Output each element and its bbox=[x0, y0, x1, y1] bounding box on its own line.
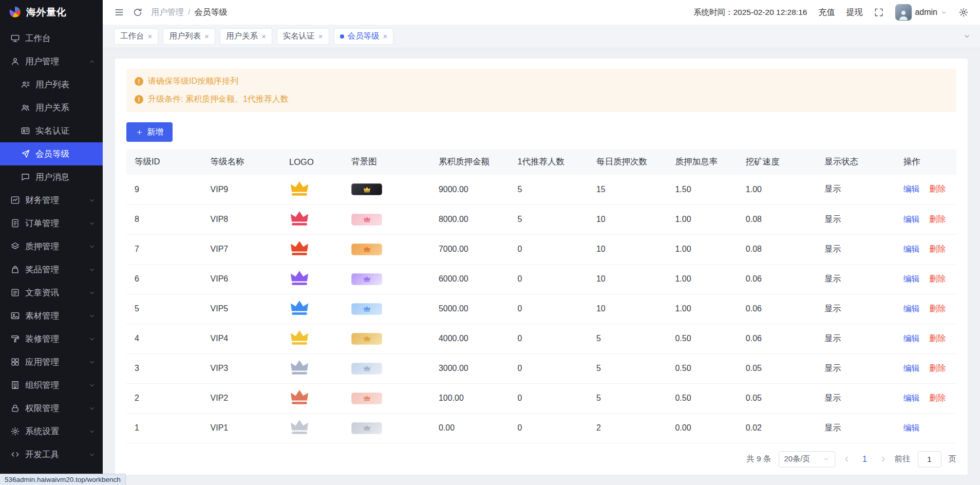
column-header: 挖矿速度 bbox=[741, 149, 820, 175]
sidebar-item-label: 订单管理 bbox=[25, 218, 83, 229]
cell-pledge-amount: 0.00 bbox=[434, 413, 513, 443]
tab-close-icon[interactable]: × bbox=[318, 32, 323, 40]
sidebar-item[interactable]: 工作台 bbox=[0, 27, 103, 50]
sidebar-menu: 工作台 用户管理 用户列表 用户关系 实名认证 会员等级 用户消息 财务管理 订… bbox=[0, 25, 103, 485]
edit-link[interactable]: 编辑 bbox=[903, 334, 920, 343]
chevron-down-icon bbox=[823, 456, 830, 462]
cell-mining-speed: 0.05 bbox=[741, 383, 820, 413]
page-size-select[interactable]: 20条/页 bbox=[779, 451, 835, 468]
tab[interactable]: 用户关系 × bbox=[220, 28, 272, 45]
fullscreen-icon[interactable] bbox=[874, 7, 884, 17]
vip-crown-logo-icon bbox=[289, 210, 310, 227]
cell-display-status: 显示 bbox=[819, 413, 898, 443]
goto-page-input[interactable] bbox=[918, 451, 941, 468]
sidebar-item[interactable]: 组织管理 bbox=[0, 374, 103, 397]
tab[interactable]: 会员等级 × bbox=[334, 28, 394, 45]
table-row: 7 VIP7 7000.00 0 10 1.00 0.08 显示 编辑 删除 bbox=[126, 234, 956, 264]
edit-link[interactable]: 编辑 bbox=[903, 394, 920, 402]
tab-close-icon[interactable]: × bbox=[383, 32, 388, 40]
cell-operations: 编辑 删除 bbox=[898, 294, 956, 324]
user-menu[interactable]: admin bbox=[895, 4, 947, 21]
sidebar-subitem[interactable]: 用户消息 bbox=[0, 165, 103, 189]
breadcrumb-parent[interactable]: 用户管理 bbox=[151, 7, 184, 18]
tab-close-icon[interactable]: × bbox=[204, 32, 209, 40]
sidebar-subitem[interactable]: 用户列表 bbox=[0, 73, 103, 96]
sidebar-item[interactable]: 奖品管理 bbox=[0, 258, 103, 281]
withdraw-button[interactable]: 提现 bbox=[846, 7, 862, 18]
id-card-icon bbox=[21, 126, 30, 136]
edit-link[interactable]: 编辑 bbox=[903, 215, 920, 223]
sidebar-item[interactable]: 素材管理 bbox=[0, 304, 103, 327]
sidebar-item[interactable]: 开发工具 bbox=[0, 443, 103, 466]
column-header: 累积质押金额 bbox=[434, 149, 513, 175]
tab[interactable]: 用户列表 × bbox=[163, 28, 215, 45]
cell-logo bbox=[284, 383, 346, 413]
sidebar-item[interactable]: 文章资讯 bbox=[0, 281, 103, 304]
cell-mining-speed: 0.05 bbox=[741, 353, 820, 383]
cell-logo bbox=[284, 264, 346, 294]
chevron-down-icon bbox=[88, 382, 96, 389]
cell-daily-times: 2 bbox=[591, 413, 670, 443]
active-tab-dot bbox=[340, 34, 344, 39]
tab-close-icon[interactable]: × bbox=[261, 32, 266, 40]
tab[interactable]: 工作台 × bbox=[114, 28, 158, 45]
edit-link[interactable]: 编辑 bbox=[903, 423, 920, 432]
sidebar-item[interactable]: 用户管理 bbox=[0, 50, 103, 73]
add-button[interactable]: 新增 bbox=[126, 122, 173, 142]
alert-box: ! 请确保等级ID按顺序排列 ! 升级条件: 累积质押金额、1代推荐人数 bbox=[126, 69, 956, 112]
tabbar: 工作台 × 用户列表 × 用户关系 × 实名认证 × 会员等级 × bbox=[103, 25, 980, 48]
cell-level-id: 7 bbox=[126, 234, 205, 264]
sidebar-item-label: 质押管理 bbox=[25, 241, 83, 252]
current-page[interactable]: 1 bbox=[858, 455, 872, 464]
next-page-button[interactable] bbox=[879, 455, 888, 463]
cell-interest-rate: 0.50 bbox=[670, 383, 740, 413]
sidebar-item[interactable]: 订单管理 bbox=[0, 212, 103, 235]
pagination-total: 共 9 条 bbox=[746, 454, 771, 464]
delete-link[interactable]: 删除 bbox=[929, 184, 946, 193]
edit-link[interactable]: 编辑 bbox=[903, 304, 920, 313]
edit-link[interactable]: 编辑 bbox=[903, 364, 920, 372]
sidebar-item[interactable]: 系统设置 bbox=[0, 420, 103, 443]
sidebar-item[interactable]: 装修管理 bbox=[0, 327, 103, 350]
prev-page-button[interactable] bbox=[842, 455, 851, 463]
delete-link[interactable]: 删除 bbox=[929, 304, 946, 313]
order-icon bbox=[10, 218, 20, 228]
pledge-icon bbox=[10, 241, 20, 251]
cell-referrals: 0 bbox=[512, 234, 591, 264]
delete-link[interactable]: 删除 bbox=[929, 274, 946, 283]
cell-interest-rate: 0.00 bbox=[670, 413, 740, 443]
sidebar-subitem[interactable]: 用户关系 bbox=[0, 96, 103, 119]
recharge-button[interactable]: 充值 bbox=[818, 7, 835, 18]
main-area: 用户管理 / 会员等级 系统时间：2025-02-20 12:28:16 充值 … bbox=[103, 0, 980, 485]
refresh-icon[interactable] bbox=[133, 7, 143, 17]
tab[interactable]: 实名认证 × bbox=[277, 28, 329, 45]
edit-link[interactable]: 编辑 bbox=[903, 245, 920, 253]
delete-link[interactable]: 删除 bbox=[929, 364, 946, 372]
cell-mining-speed: 0.06 bbox=[741, 324, 820, 353]
settings-gear-icon[interactable] bbox=[958, 7, 969, 17]
chevron-down-icon bbox=[88, 428, 96, 435]
tab-close-icon[interactable]: × bbox=[148, 32, 153, 40]
delete-link[interactable]: 删除 bbox=[929, 394, 946, 402]
sidebar-item[interactable]: 财务管理 bbox=[0, 189, 103, 212]
cell-level-id: 9 bbox=[126, 175, 205, 204]
tab-options-button[interactable] bbox=[958, 28, 975, 45]
vip-crown-logo-icon bbox=[289, 419, 310, 435]
sidebar-item[interactable]: 应用管理 bbox=[0, 350, 103, 374]
sidebar-subitem[interactable]: 实名认证 bbox=[0, 119, 103, 142]
edit-link[interactable]: 编辑 bbox=[903, 184, 920, 193]
cell-referrals: 5 bbox=[512, 175, 591, 204]
sidebar-item[interactable]: 权限管理 bbox=[0, 397, 103, 420]
delete-link[interactable]: 删除 bbox=[929, 334, 946, 343]
delete-link[interactable]: 删除 bbox=[929, 245, 946, 253]
delete-link[interactable]: 删除 bbox=[929, 215, 946, 223]
collapse-menu-icon[interactable] bbox=[114, 7, 124, 17]
edit-link[interactable]: 编辑 bbox=[903, 274, 920, 283]
sidebar-item-label: 系统设置 bbox=[25, 426, 83, 437]
sidebar-item[interactable]: 质押管理 bbox=[0, 235, 103, 258]
sidebar-subitem[interactable]: 会员等级 bbox=[0, 142, 103, 165]
cell-mining-speed: 0.06 bbox=[741, 294, 820, 324]
cell-background-image bbox=[346, 264, 434, 294]
tab-label: 用户列表 bbox=[169, 31, 201, 42]
vip-banner-image bbox=[351, 303, 382, 315]
